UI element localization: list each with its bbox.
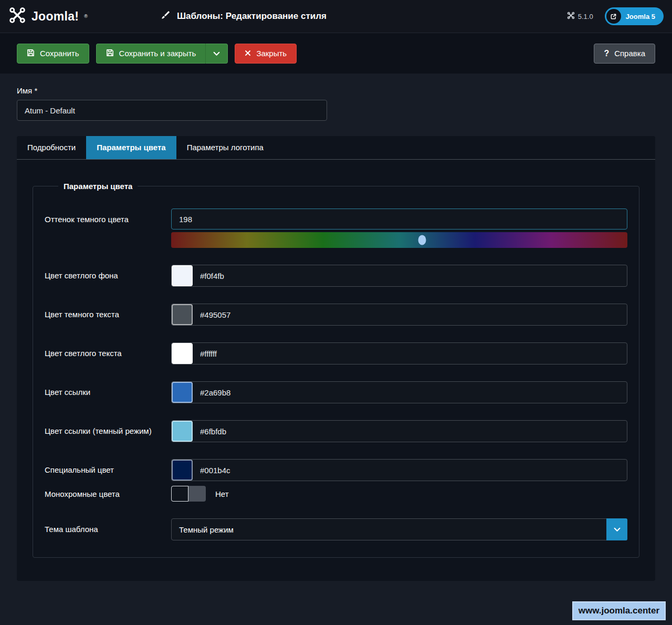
- color-hex-input[interactable]: [193, 304, 627, 325]
- color-field-control: [171, 265, 627, 287]
- help-button[interactable]: ? Справка: [594, 44, 655, 64]
- theme-field-row: Тема шаблона Темный режим: [45, 518, 627, 540]
- theme-select[interactable]: Темный режим: [171, 518, 627, 540]
- hue-field-row: Оттенок темного цвета: [45, 209, 627, 248]
- color-swatch-button[interactable]: [172, 343, 193, 364]
- monochrome-toggle[interactable]: [171, 486, 206, 502]
- hue-slider-track[interactable]: [171, 232, 627, 248]
- color-swatch-button[interactable]: [172, 304, 193, 325]
- color-input-group: [171, 420, 627, 442]
- save-and-close-label: Сохранить и закрыть: [119, 49, 196, 58]
- style-name-input[interactable]: [17, 100, 327, 121]
- chevron-down-icon: [213, 49, 220, 58]
- hue-field-control: [171, 209, 627, 248]
- color-input-group: [171, 459, 627, 481]
- color-field-row: Цвет ссылки (темный режим): [45, 420, 627, 442]
- color-input-group: [171, 342, 627, 364]
- color-field-label: Цвет ссылки: [45, 381, 171, 403]
- settings-card: Подробности Параметры цвета Параметры ло…: [17, 136, 655, 581]
- monochrome-state-label: Нет: [215, 489, 229, 498]
- joomla-mini-logo-icon: [567, 12, 575, 21]
- help-label: Справка: [614, 49, 645, 58]
- tab-logo-settings[interactable]: Параметры логотипа: [176, 136, 274, 159]
- color-input-group: [171, 304, 627, 326]
- hue-slider-thumb[interactable]: [418, 235, 426, 245]
- joomla5-badge-button[interactable]: Joomla 5: [605, 7, 664, 25]
- monochrome-field-label: Монохромные цвета: [45, 483, 171, 502]
- save-icon: [106, 49, 114, 58]
- color-hex-input[interactable]: [193, 343, 627, 364]
- color-field-row: Цвет темного текста: [45, 304, 627, 326]
- header-right-group: 5.1.0 Joomla 5: [567, 7, 664, 25]
- save-and-close-group: Сохранить и закрыть: [96, 44, 228, 64]
- monochrome-field-row: Монохромные цвета Нет: [45, 483, 627, 502]
- color-swatch-button[interactable]: [172, 421, 193, 442]
- select-chevron-down-icon[interactable]: [606, 518, 627, 540]
- tab-color-settings[interactable]: Параметры цвета: [86, 136, 176, 159]
- question-mark-icon: ?: [604, 49, 609, 58]
- paintbrush-icon: [161, 10, 171, 23]
- color-settings-fieldset: Параметры цвета Оттенок темного цвета Цв…: [33, 182, 639, 558]
- save-button[interactable]: Сохранить: [17, 44, 89, 64]
- color-hex-input[interactable]: [193, 382, 627, 403]
- color-hex-input[interactable]: [193, 460, 627, 481]
- version-number: 5.1.0: [578, 13, 593, 20]
- color-field-control: [171, 459, 627, 481]
- color-field-control: [171, 381, 627, 403]
- brand-registered-mark: ®: [84, 14, 88, 19]
- color-hex-input[interactable]: [193, 421, 627, 442]
- save-and-close-button[interactable]: Сохранить и закрыть: [96, 44, 206, 64]
- color-swatch-button[interactable]: [172, 382, 193, 403]
- color-field-label: Цвет темного текста: [45, 304, 171, 326]
- color-swatch-button[interactable]: [172, 460, 193, 481]
- color-field-control: [171, 420, 627, 442]
- monochrome-field-control: Нет: [171, 483, 627, 502]
- style-name-label: Имя *: [17, 86, 655, 95]
- color-input-group: [171, 265, 627, 287]
- theme-select-value: Темный режим: [172, 519, 606, 540]
- admin-header: Joomla!® Шаблоны: Редактирование стиля: [0, 0, 672, 33]
- close-button[interactable]: Закрыть: [235, 44, 297, 64]
- main-content: Имя * Подробности Параметры цвета Параме…: [0, 74, 672, 581]
- color-field-control: [171, 304, 627, 326]
- tab-bar: Подробности Параметры цвета Параметры ло…: [17, 136, 655, 160]
- page-title: Шаблоны: Редактирование стиля: [177, 11, 327, 22]
- color-field-label: Цвет светлого фона: [45, 265, 171, 287]
- hue-field-label: Оттенок темного цвета: [45, 209, 171, 248]
- color-field-row: Специальный цвет: [45, 459, 627, 481]
- save-icon: [27, 49, 35, 58]
- color-field-label: Цвет ссылки (темный режим): [45, 420, 171, 442]
- close-x-icon: [245, 49, 251, 58]
- toggle-off-segment: [171, 486, 188, 502]
- joomla-logo-icon: [8, 6, 26, 26]
- color-field-label: Цвет светлого текста: [45, 342, 171, 364]
- hue-value-input[interactable]: [171, 209, 627, 230]
- toolbar: Сохранить Сохранить и закрыть: [0, 33, 672, 74]
- page-heading: Шаблоны: Редактирование стиля: [161, 0, 327, 33]
- color-hex-input[interactable]: [193, 265, 627, 286]
- theme-field-control: Темный режим: [171, 518, 627, 540]
- color-input-group: [171, 381, 627, 403]
- tab-details[interactable]: Подробности: [17, 136, 86, 159]
- save-label: Сохранить: [40, 49, 79, 58]
- brand-name: Joomla!: [32, 9, 79, 24]
- joomla-brand[interactable]: Joomla!®: [8, 6, 88, 26]
- color-field-row: Цвет светлого фона: [45, 265, 627, 287]
- fieldset-legend: Параметры цвета: [58, 182, 138, 191]
- color-field-control: [171, 342, 627, 364]
- joomla5-badge-label: Joomla 5: [626, 13, 655, 20]
- color-settings-panel: Параметры цвета Оттенок темного цвета Цв…: [17, 160, 655, 581]
- color-swatch-button[interactable]: [172, 265, 193, 286]
- save-options-dropdown-button[interactable]: [205, 44, 228, 64]
- color-field-label: Специальный цвет: [45, 459, 171, 481]
- watermark-badge: www.joomla.center: [572, 601, 666, 620]
- color-rows: Цвет светлого фона Цвет темного текста Ц…: [45, 265, 627, 481]
- external-link-icon: [606, 9, 621, 24]
- joomla-version: 5.1.0: [567, 12, 593, 21]
- color-field-row: Цвет светлого текста: [45, 342, 627, 364]
- theme-field-label: Тема шаблона: [45, 518, 171, 540]
- close-label: Закрыть: [256, 49, 287, 58]
- color-field-row: Цвет ссылки: [45, 381, 627, 403]
